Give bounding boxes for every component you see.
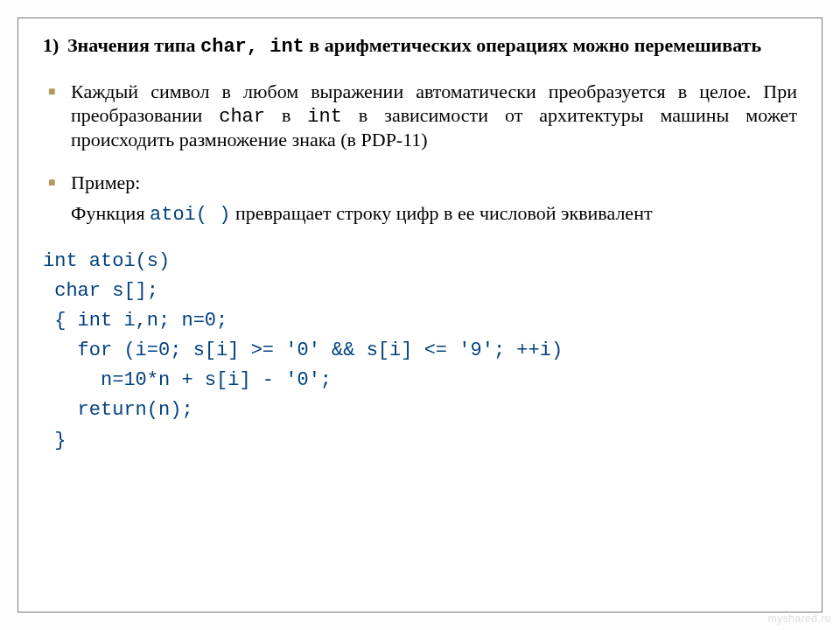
code-line: return(n); — [43, 399, 193, 421]
bullet-item-2: ■ Пример: — [48, 172, 797, 195]
text-part: превращает строку цифр в ее числовой экв… — [230, 202, 652, 224]
text-part: в — [265, 104, 307, 126]
text-part: в арифметических операциях можно перемеш… — [304, 34, 761, 56]
text-part: Значения типа — [67, 34, 200, 56]
bullet-icon: ■ — [48, 172, 71, 194]
code-line: } — [43, 430, 66, 452]
item-text: Значения типа char, int в арифметических… — [67, 34, 797, 60]
code-line: n=10*n + s[i] - '0'; — [43, 369, 332, 391]
item-marker: 1) — [43, 34, 67, 58]
code-inline: char — [219, 106, 265, 128]
code-inline: char, int — [200, 36, 304, 58]
bullet-label: Пример: — [71, 172, 797, 195]
bullet-item-1: ■ Каждый символ в любом выражении автома… — [48, 80, 797, 152]
slide-frame: 1) Значения типа char, int в арифметичес… — [18, 18, 822, 612]
text-part: Функция — [71, 202, 150, 224]
code-inline: int — [307, 106, 342, 128]
bullet-icon: ■ — [48, 80, 71, 103]
code-line: for (i=0; s[i] >= '0' && s[i] <= '9'; ++… — [43, 340, 563, 361]
numbered-item-1: 1) Значения типа char, int в арифметичес… — [43, 34, 797, 60]
code-line: { int i,n; n=0; — [43, 310, 228, 332]
code-line: int atoi(s) — [43, 250, 170, 272]
code-inline: atoi( ) — [150, 204, 230, 226]
watermark: myshared.ru — [768, 612, 831, 625]
bullet-text: Каждый символ в любом выражении автомати… — [71, 80, 797, 152]
bullet-continuation: Функция atoi( ) превращает строку цифр в… — [71, 202, 797, 228]
code-line: char s[]; — [43, 280, 158, 302]
code-block: int atoi(s) char s[]; { int i,n; n=0; fo… — [43, 247, 797, 456]
